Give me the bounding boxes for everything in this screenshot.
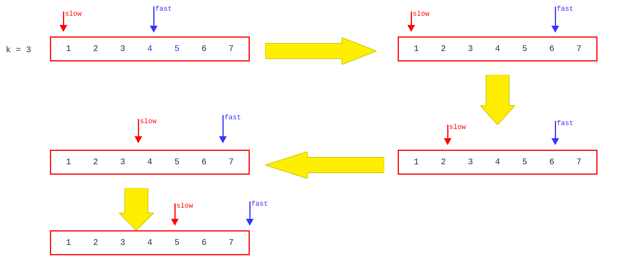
array-box-2: 1 2 3 4 5 6 7: [398, 36, 598, 61]
cell: 2: [84, 44, 107, 54]
cell: 5: [166, 44, 189, 54]
fast-label-2: fast: [557, 5, 573, 13]
nav-arrow-down-left: [119, 188, 154, 230]
svg-marker-2: [265, 152, 384, 178]
cell: 1: [57, 157, 80, 167]
cell: 2: [432, 44, 455, 54]
slow-pointer-3: slow: [444, 125, 451, 145]
cell: 3: [111, 157, 134, 167]
cell: 1: [57, 44, 80, 54]
array-box-3: 1 2 3 4 5 6 7: [398, 150, 598, 175]
svg-marker-3: [119, 188, 154, 230]
slow-label-4: slow: [140, 117, 156, 125]
nav-arrow-down-right: [480, 75, 515, 125]
slow-pointer-2: slow: [407, 12, 415, 32]
array-box-5: 1 2 3 4 5 6 7: [50, 230, 250, 255]
cell: 3: [459, 157, 482, 167]
cell: 6: [540, 157, 563, 167]
slow-pointer-1: slow: [60, 12, 67, 32]
cell: 4: [486, 157, 509, 167]
cell: 4: [138, 157, 161, 167]
slow-pointer-5: slow: [171, 203, 179, 226]
cell: 5: [513, 157, 536, 167]
svg-marker-0: [265, 38, 377, 64]
cell: 7: [220, 238, 243, 248]
cell: 3: [111, 44, 134, 54]
cell: 2: [84, 157, 107, 167]
slow-label-5: slow: [176, 202, 193, 210]
fast-pointer-5: fast: [246, 202, 254, 226]
cell: 2: [84, 238, 107, 248]
fast-pointer-4: fast: [219, 115, 227, 143]
cell: 6: [193, 157, 216, 167]
array-box-1: 1 2 3 4 5 6 7: [50, 36, 250, 61]
fast-pointer-1: fast: [150, 7, 158, 33]
nav-arrow-right-1: [265, 38, 377, 64]
fast-label-3: fast: [557, 119, 573, 127]
svg-marker-1: [480, 75, 515, 125]
nav-arrow-left-1: [265, 152, 384, 178]
cell: 3: [111, 238, 134, 248]
fast-pointer-2: fast: [551, 7, 559, 33]
slow-label-1: slow: [65, 10, 81, 18]
cell: 5: [166, 238, 189, 248]
cell: 7: [220, 44, 243, 54]
slow-label-2: slow: [413, 10, 429, 18]
cell: 6: [193, 238, 216, 248]
cell: 1: [405, 44, 428, 54]
cell: 1: [57, 238, 80, 248]
cell: 4: [486, 44, 509, 54]
cell: 4: [138, 238, 161, 248]
cell: 7: [568, 157, 591, 167]
fast-label-1: fast: [155, 5, 172, 13]
cell: 4: [138, 44, 161, 54]
cell: 2: [432, 157, 455, 167]
cell: 1: [405, 157, 428, 167]
k-label: k = 3: [6, 45, 31, 55]
cell: 7: [568, 44, 591, 54]
slow-pointer-4: slow: [134, 119, 142, 143]
cell: 3: [459, 44, 482, 54]
cell: 6: [540, 44, 563, 54]
fast-label-5: fast: [251, 200, 268, 208]
cell: 5: [513, 44, 536, 54]
fast-label-4: fast: [224, 114, 241, 121]
slow-label-3: slow: [449, 123, 466, 131]
array-box-4: 1 2 3 4 5 6 7: [50, 150, 250, 175]
diagram: k = 3 slow fast 1 2 3 4 5 6 7 slow fast: [0, 0, 644, 276]
cell: 6: [193, 44, 216, 54]
fast-pointer-3: fast: [551, 121, 559, 145]
cell: 7: [220, 157, 243, 167]
cell: 5: [166, 157, 189, 167]
